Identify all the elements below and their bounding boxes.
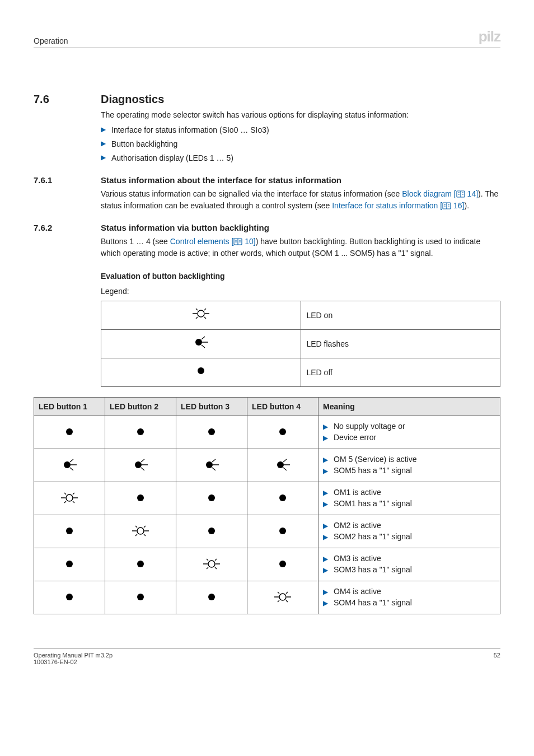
- led-off-icon: [202, 524, 221, 538]
- bullet-arrow-icon: ▶: [323, 532, 328, 542]
- meaning-text: Device error: [334, 433, 376, 442]
- link-status-interface[interactable]: Interface for status information [ 16]: [332, 201, 464, 210]
- section-title: Diagnostics: [101, 93, 164, 106]
- led-off-icon: [191, 364, 210, 377]
- led-on-icon: [60, 491, 79, 505]
- led-off-icon: [60, 524, 79, 538]
- paragraph: Buttons 1 … 4 (see Control elements [ 10…: [101, 236, 500, 259]
- text-fragment: Various status information can be signal…: [101, 189, 402, 198]
- page-header: Operation pilz: [34, 28, 500, 48]
- table-header-row: LED button 1LED button 2LED button 3LED …: [34, 398, 500, 416]
- led-cell: [105, 548, 176, 581]
- bullet-arrow-icon: ▶: [323, 488, 328, 498]
- table-row: LED off: [101, 358, 500, 387]
- page-footer: Operating Manual PIT m3.2p 1003176-EN-02…: [34, 648, 500, 665]
- table-row: ▶OM3 is active▶SOM3 has a "1" signal: [34, 548, 500, 581]
- meaning-cell: ▶OM3 is active▶SOM3 has a "1" signal: [318, 548, 500, 581]
- column-header: LED button 4: [247, 398, 318, 416]
- footer-docid: 1003176-EN-02: [34, 659, 113, 665]
- meaning-text: OM1 is active: [334, 488, 381, 497]
- legend-text-cell: LED off: [301, 358, 500, 387]
- meaning-text: OM 5 (Service) is active: [334, 455, 417, 464]
- book-icon: [456, 190, 465, 198]
- bullet-arrow-icon: ▶: [101, 138, 106, 149]
- section-title: Status information about the interface f…: [101, 175, 341, 185]
- led-cell: [247, 449, 318, 482]
- list-item: ▶OM3 is active: [323, 554, 495, 564]
- link-block-diagram[interactable]: Block diagram [ 14]: [402, 189, 478, 198]
- led-on-icon: [191, 307, 210, 320]
- meaning-text: SOM5 has a "1" signal: [334, 466, 412, 475]
- brand-logo: pilz: [479, 28, 500, 45]
- led-cell: [247, 416, 318, 449]
- led-cell: [176, 482, 247, 515]
- section-title: Status information via button backlighti…: [101, 223, 269, 232]
- led-flash-icon: [273, 458, 292, 472]
- intro-text: The operating mode selector switch has v…: [101, 109, 500, 121]
- led-cell: [176, 449, 247, 482]
- table-row: ▶OM1 is active▶SOM1 has a "1" signal: [34, 482, 500, 515]
- led-cell: [176, 416, 247, 449]
- led-off-icon: [131, 491, 150, 505]
- legend-table: LED onLED flashesLED off: [101, 301, 500, 387]
- meaning-cell: ▶OM1 is active▶SOM1 has a "1" signal: [318, 482, 500, 515]
- paragraph: Various status information can be signal…: [101, 188, 500, 212]
- meaning-text: SOM4 has a "1" signal: [334, 598, 412, 607]
- book-icon: [442, 202, 451, 209]
- legend-icon-cell: [101, 358, 301, 387]
- led-off-icon: [202, 590, 221, 604]
- led-on-icon: [131, 524, 150, 538]
- table-row: LED on: [101, 301, 500, 330]
- table-row: ▶OM2 is active▶SOM2 has a "1" signal: [34, 515, 500, 548]
- list-item: ▶SOM4 has a "1" signal: [323, 598, 495, 608]
- text-fragment: ).: [464, 201, 469, 210]
- legend-label: Legend:: [101, 286, 500, 297]
- section-number: 7.6.1: [34, 175, 101, 185]
- column-header: LED button 2: [105, 398, 176, 416]
- led-flash-icon: [60, 458, 79, 472]
- led-off-icon: [131, 557, 150, 571]
- bullet-text: Button backlighting: [111, 138, 177, 150]
- led-cell: [176, 515, 247, 548]
- led-cell: [105, 416, 176, 449]
- bullet-arrow-icon: ▶: [323, 422, 328, 432]
- list-item: ▶Button backlighting: [101, 138, 500, 150]
- led-flash-icon: [202, 458, 221, 472]
- led-cell: [247, 548, 318, 581]
- bullet-arrow-icon: ▶: [323, 433, 328, 443]
- table-row: LED flashes: [101, 330, 500, 358]
- header-section: Operation: [34, 36, 68, 45]
- led-cell: [34, 515, 105, 548]
- led-cell: [34, 548, 105, 581]
- link-control-elements[interactable]: Control elements [ 10]: [170, 237, 256, 246]
- led-cell: [105, 581, 176, 614]
- led-cell: [34, 581, 105, 614]
- legend-icon-cell: [101, 301, 301, 330]
- section-number: 7.6.2: [34, 223, 101, 232]
- list-item: ▶SOM5 has a "1" signal: [323, 466, 495, 476]
- legend-icon-cell: [101, 330, 301, 358]
- led-on-icon: [273, 590, 292, 604]
- list-item: ▶OM4 is active: [323, 587, 495, 597]
- led-cell: [247, 482, 318, 515]
- meaning-cell: ▶OM2 is active▶SOM2 has a "1" signal: [318, 515, 500, 548]
- led-cell: [105, 515, 176, 548]
- led-cell: [34, 449, 105, 482]
- led-cell: [247, 581, 318, 614]
- led-off-icon: [60, 425, 79, 438]
- column-header: Meaning: [318, 398, 500, 416]
- page-number: 52: [494, 652, 500, 665]
- column-header: LED button 3: [176, 398, 247, 416]
- eval-heading: Evaluation of button backlighting: [101, 270, 500, 282]
- led-cell: [176, 548, 247, 581]
- table-row: ▶OM 5 (Service) is active▶SOM5 has a "1"…: [34, 449, 500, 482]
- led-off-icon: [131, 425, 150, 438]
- list-item: ▶Authorisation display (LEDs 1 … 5): [101, 152, 500, 164]
- led-off-icon: [273, 491, 292, 505]
- led-off-icon: [60, 590, 79, 604]
- bullet-text: Authorisation display (LEDs 1 … 5): [111, 152, 233, 164]
- bullet-arrow-icon: ▶: [101, 124, 106, 135]
- meaning-cell: ▶OM 5 (Service) is active▶SOM5 has a "1"…: [318, 449, 500, 482]
- bullet-arrow-icon: ▶: [323, 466, 328, 476]
- led-status-table: LED button 1LED button 2LED button 3LED …: [34, 397, 500, 614]
